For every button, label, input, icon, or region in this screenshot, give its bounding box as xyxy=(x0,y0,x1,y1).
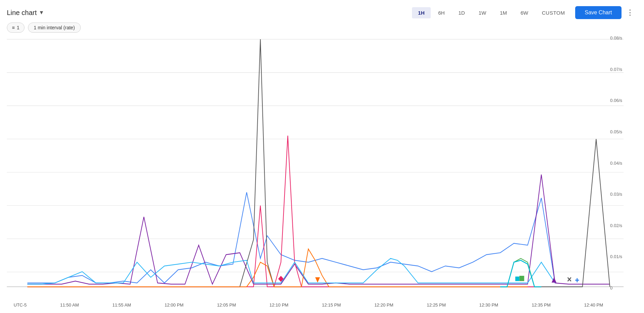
chart-title: Line chart xyxy=(7,9,37,17)
filter-icon: ≡ xyxy=(12,25,15,30)
line-dark-gray xyxy=(27,39,610,287)
y-label-4: 0.04/s xyxy=(610,161,622,166)
line-orange xyxy=(27,249,527,287)
time-btn-1d[interactable]: 1D xyxy=(452,7,471,18)
plus-marker-blue: + xyxy=(575,275,579,285)
chart-svg-container: ✕ + 0.08/s 0.07/s 0.06/s 0.05/s 0.04/s 0… xyxy=(7,35,624,308)
x-label-1200: 12:00 PM xyxy=(165,302,184,308)
square-marker-teal xyxy=(515,277,519,281)
time-btn-1m[interactable]: 1M xyxy=(494,7,513,18)
more-options-button[interactable]: ⋮ xyxy=(623,6,637,19)
triangle-up-marker-purple xyxy=(552,277,556,283)
time-controls: 1H 6H 1D 1W 1M 6W CUSTOM Save Chart ⋮ xyxy=(412,6,637,19)
y-label-6: 0.06/s xyxy=(610,98,622,103)
x-label-1150: 11:50 AM xyxy=(60,302,79,308)
y-label-7: 0.07/s xyxy=(610,67,622,72)
sub-bar: ≡ 1 1 min interval (rate) xyxy=(0,23,644,35)
x-label-1240: 12:40 PM xyxy=(584,302,603,308)
y-axis-labels: 0.08/s 0.07/s 0.06/s 0.05/s 0.04/s 0.03/… xyxy=(610,35,624,290)
line-pink xyxy=(27,206,541,287)
filter-count: 1 xyxy=(17,25,19,30)
x-label-1205: 12:05 PM xyxy=(217,302,236,308)
line-green xyxy=(500,258,541,287)
triangle-down-marker-orange xyxy=(315,277,320,283)
x-label-1215: 12:15 PM xyxy=(322,302,341,308)
x-axis-labels: UTC-5 11:50 AM 11:55 AM 12:00 PM 12:05 P… xyxy=(14,301,603,308)
chart-type-dropdown-icon[interactable]: ▼ xyxy=(39,10,44,16)
chart-area: ✕ + 0.08/s 0.07/s 0.06/s 0.05/s 0.04/s 0… xyxy=(0,35,644,308)
y-label-3: 0.03/s xyxy=(610,192,622,197)
y-label-1: 0.01/s xyxy=(610,254,622,259)
line-pink-spike xyxy=(274,136,301,287)
x-label-1210: 12:10 PM xyxy=(270,302,289,308)
time-btn-1w[interactable]: 1W xyxy=(472,7,492,18)
time-btn-1h[interactable]: 1H xyxy=(412,7,431,18)
time-btn-6h[interactable]: 6H xyxy=(432,7,451,18)
line-light-blue xyxy=(27,258,555,284)
interval-button[interactable]: 1 min interval (rate) xyxy=(28,23,81,33)
line-chart-svg: ✕ + xyxy=(7,35,624,308)
y-label-8: 0.08/s xyxy=(610,35,622,41)
x-label-1235: 12:35 PM xyxy=(532,302,551,308)
square-marker-green xyxy=(519,276,524,281)
x-label-1220: 12:20 PM xyxy=(374,302,394,308)
x-label-1155: 11:55 AM xyxy=(112,302,131,308)
time-btn-custom[interactable]: CUSTOM xyxy=(536,7,571,18)
y-label-5: 0.05/s xyxy=(610,129,622,134)
x-marker-gray: ✕ xyxy=(567,276,572,283)
y-label-2: 0.02/s xyxy=(610,223,622,228)
filter-button[interactable]: ≡ 1 xyxy=(7,23,25,33)
y-label-0: 0 xyxy=(610,285,622,290)
x-label-utc: UTC-5 xyxy=(14,302,27,308)
save-chart-button[interactable]: Save Chart xyxy=(575,6,622,19)
time-btn-6w[interactable]: 6W xyxy=(515,7,535,18)
x-label-1225: 12:25 PM xyxy=(427,302,446,308)
chart-title-area: Line chart ▼ xyxy=(7,9,44,17)
x-label-1230: 12:30 PM xyxy=(479,302,498,308)
